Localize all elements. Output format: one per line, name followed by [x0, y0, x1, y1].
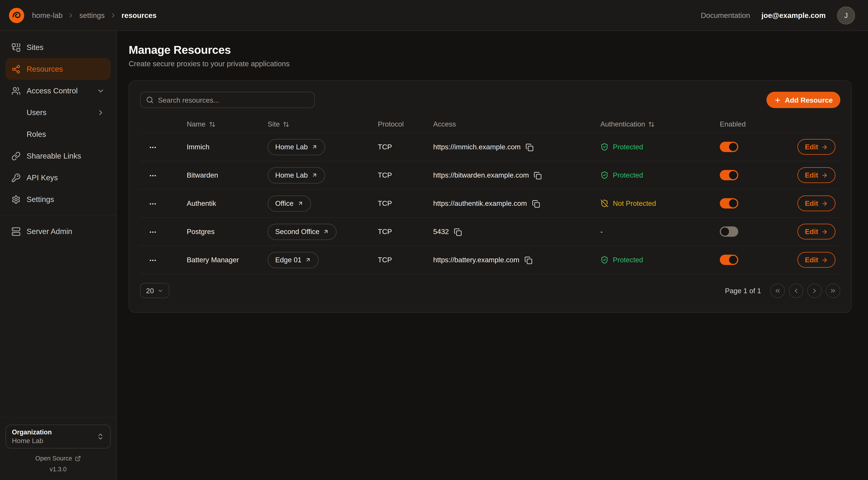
- site-name: Home Lab: [275, 171, 308, 179]
- resource-protocol: TCP: [378, 256, 433, 264]
- card-toolbar: Add Resource: [140, 92, 840, 108]
- first-page-button[interactable]: [770, 283, 785, 298]
- table-footer: 20 Page 1 of 1: [140, 274, 840, 312]
- resource-access-url: https://bitwarden.example.com: [433, 171, 529, 179]
- chevron-right-icon: [110, 12, 117, 19]
- resource-name: Battery Manager: [187, 256, 268, 264]
- row-menu-button[interactable]: [140, 143, 187, 151]
- arrow-up-right-icon: [323, 229, 329, 235]
- auth-status-badge: Protected: [600, 256, 720, 264]
- edit-label: Edit: [805, 256, 818, 264]
- resource-access-url: https://immich.example.com: [433, 143, 521, 151]
- org-selector[interactable]: Organization Home Lab: [5, 425, 111, 449]
- sidebar-item-users[interactable]: Users: [5, 101, 111, 123]
- sidebar-item-access-control[interactable]: Access Control: [5, 80, 111, 101]
- column-site[interactable]: Site: [268, 120, 378, 128]
- page-size-select[interactable]: 20: [140, 283, 169, 298]
- documentation-link[interactable]: Documentation: [701, 11, 750, 19]
- site-link-button[interactable]: Office: [268, 195, 311, 212]
- arrow-up-right-icon: [305, 257, 311, 263]
- edit-button[interactable]: Edit: [798, 252, 835, 268]
- previous-page-button[interactable]: [789, 283, 803, 298]
- sidebar-item-label: Resources: [27, 65, 63, 73]
- edit-label: Edit: [805, 199, 818, 207]
- add-resource-button[interactable]: Add Resource: [767, 92, 840, 108]
- copy-icon: [525, 143, 534, 151]
- column-authentication-label: Authentication: [600, 120, 645, 128]
- sidebar-item-shareable-links[interactable]: Shareable Links: [5, 145, 111, 167]
- site-link-button[interactable]: Second Office: [268, 223, 337, 240]
- sidebar-item-server-admin[interactable]: Server Admin: [5, 220, 111, 242]
- pangolin-logo-icon[interactable]: [8, 7, 25, 24]
- sidebar-item-label: Shareable Links: [27, 151, 81, 160]
- copy-button[interactable]: [534, 171, 542, 179]
- breadcrumb-resources[interactable]: resources: [121, 11, 157, 19]
- copy-button[interactable]: [525, 143, 534, 151]
- site-link-button[interactable]: Home Lab: [268, 167, 325, 183]
- row-menu-button[interactable]: [140, 171, 187, 179]
- column-access-label: Access: [433, 120, 456, 128]
- shield-check-icon: [600, 256, 609, 264]
- user-email[interactable]: joe@example.com: [762, 11, 826, 19]
- table-row: Battery Manager Edge 01 TCP https://batt…: [140, 246, 840, 274]
- toggle-knob: [729, 256, 737, 264]
- enabled-toggle[interactable]: [720, 142, 738, 152]
- sites-icon: [11, 43, 21, 52]
- row-menu-button[interactable]: [140, 199, 187, 208]
- copy-button[interactable]: [532, 199, 540, 207]
- avatar-initial: J: [844, 11, 848, 19]
- row-menu-button[interactable]: [140, 256, 187, 264]
- key-icon: [11, 173, 21, 182]
- page-subtitle: Create secure proxies to your private ap…: [129, 60, 855, 68]
- enabled-toggle[interactable]: [720, 227, 738, 237]
- table-row: Authentik Office TCP https://authentik.e…: [140, 189, 840, 218]
- sort-icon: [283, 121, 289, 127]
- avatar[interactable]: J: [837, 6, 855, 24]
- shield-off-icon: [600, 199, 609, 207]
- breadcrumb-org[interactable]: home-lab: [32, 11, 63, 19]
- sidebar-divider: [0, 215, 116, 216]
- sidebar-item-roles[interactable]: Roles: [5, 123, 111, 145]
- auth-status-badge: Not Protected: [600, 199, 720, 207]
- resource-protocol: TCP: [378, 199, 433, 207]
- site-name: Office: [275, 199, 293, 207]
- sidebar-item-resources[interactable]: Resources: [5, 58, 111, 80]
- sidebar-item-api-keys[interactable]: API Keys: [5, 167, 111, 188]
- site-link-button[interactable]: Edge 01: [268, 252, 319, 268]
- copy-icon: [454, 228, 462, 236]
- edit-button[interactable]: Edit: [798, 139, 835, 155]
- column-authentication[interactable]: Authentication: [600, 120, 720, 128]
- shell: Sites Resources Access Control Users Rol…: [0, 31, 868, 480]
- enabled-toggle[interactable]: [720, 254, 738, 265]
- table-row: Postgres Second Office TCP 5432 - Edit: [140, 218, 840, 246]
- arrow-up-right-icon: [297, 200, 303, 206]
- breadcrumb: home-lab settings resources: [32, 11, 157, 19]
- enabled-toggle[interactable]: [720, 198, 738, 209]
- copy-button[interactable]: [524, 256, 532, 264]
- last-page-button[interactable]: [826, 283, 840, 298]
- row-menu-button[interactable]: [140, 227, 187, 236]
- open-source-link[interactable]: Open Source: [5, 455, 111, 461]
- enabled-toggle[interactable]: [720, 170, 738, 180]
- copy-icon: [534, 172, 542, 180]
- copy-button[interactable]: [454, 228, 462, 236]
- gear-icon: [11, 195, 21, 204]
- edit-button[interactable]: Edit: [798, 167, 835, 183]
- sidebar-item-sites[interactable]: Sites: [5, 36, 111, 58]
- site-link-button[interactable]: Home Lab: [268, 139, 325, 155]
- arrow-right-icon: [822, 200, 828, 207]
- ellipsis-icon: [149, 171, 157, 180]
- topbar-right: Documentation joe@example.com J: [701, 6, 855, 24]
- resource-access-url: https://authentik.example.com: [433, 199, 527, 207]
- table-header: Name Site Protocol Access Authentication…: [140, 116, 840, 133]
- edit-button[interactable]: Edit: [798, 196, 835, 211]
- column-name[interactable]: Name: [187, 120, 268, 128]
- edit-button[interactable]: Edit: [798, 224, 835, 239]
- breadcrumb-settings[interactable]: settings: [80, 11, 105, 19]
- chevrons-left-icon: [774, 287, 781, 294]
- app-root: home-lab settings resources Documentatio…: [0, 0, 868, 480]
- main-content: Manage Resources Create secure proxies t…: [117, 31, 868, 480]
- sidebar-item-settings[interactable]: Settings: [5, 188, 111, 210]
- search-input[interactable]: [158, 96, 309, 104]
- next-page-button[interactable]: [807, 283, 822, 298]
